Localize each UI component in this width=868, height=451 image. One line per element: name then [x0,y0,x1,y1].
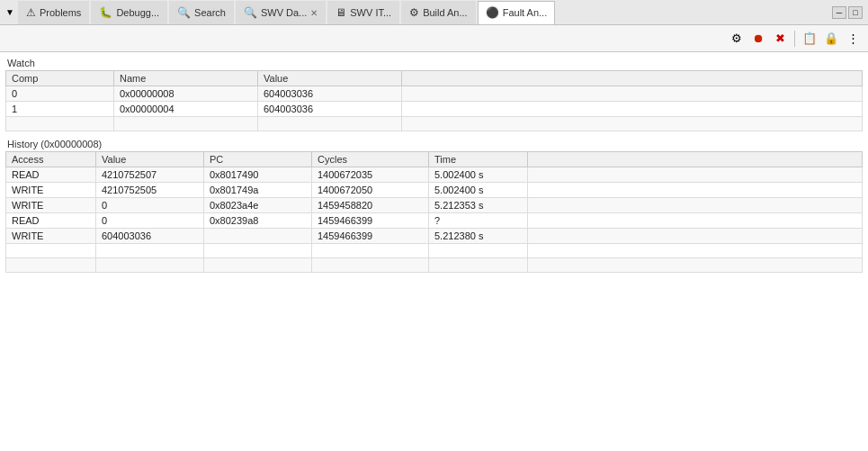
history-cell-access: READ [6,213,96,229]
history-cell-access: WRITE [6,183,96,198]
toolbar: ⚙ ⏺ ✖ 📋 🔒 ⋮ [0,25,868,52]
tab-swvda-close[interactable]: ✕ [310,8,318,18]
history-cell-cycles: 1459466399 [312,213,429,229]
history-row: WRITE 0 0x8023a4e 1459458820 5.212353 s [6,198,863,213]
swvda-icon: 🔍 [244,6,257,19]
history-table: Access Value PC Cycles Time READ 4210752… [5,151,863,273]
faultan-icon: ⚫ [486,6,499,19]
stop-icon: ✖ [775,32,785,45]
lock-button[interactable]: 🔒 [821,29,841,49]
tab-swvit[interactable]: 🖥 SWV IT... [327,1,399,24]
history-cell-value: 0 [96,213,204,229]
history-cell-time: 5.212353 s [429,198,528,213]
tab-problems-label: Problems [40,7,81,18]
history-cell-empty [528,167,863,183]
tab-debug[interactable]: 🐛 Debugg... [91,1,167,24]
history-cell-access: READ [6,167,96,183]
swvit-icon: 🖥 [336,6,346,19]
history-col-empty [528,152,863,167]
history-cell-time: 5.212380 s [429,229,528,244]
watch-cell-comp: 0 [6,86,114,102]
extra-button[interactable]: ⋮ [843,29,863,49]
search-icon: 🔍 [177,6,191,19]
history-cell-pc: 0x80239a8 [204,213,312,229]
watch-col-value: Value [258,71,402,86]
history-cell-empty [528,183,863,198]
tab-faultan-label: Fault An... [503,7,548,18]
copy-button[interactable]: 📋 [800,29,819,49]
tab-swvda[interactable]: 🔍 SWV Da... ✕ [236,1,326,24]
history-cell-empty [528,229,863,244]
tab-buildan-label: Build An... [423,7,468,18]
history-cell-access: WRITE [6,229,96,244]
record-icon: ⏺ [753,32,765,45]
watch-cell-value: 604003036 [258,102,402,117]
stop-button[interactable]: ✖ [770,29,790,49]
history-cell-cycles: 1400672050 [312,183,429,198]
tab-buildan[interactable]: ⚙ Build An... [401,1,476,24]
history-empty-row [6,244,863,258]
history-cell-access: WRITE [6,198,96,213]
tab-bar: ▼ ⚠ Problems 🐛 Debugg... 🔍 Search 🔍 SWV … [0,0,868,25]
history-cell-pc [204,229,312,244]
history-empty-row [6,258,863,273]
history-cell-cycles: 1459466399 [312,229,429,244]
watch-col-empty [402,71,863,86]
history-cell-cycles: 1459458820 [312,198,429,213]
history-cell-value: 0 [96,198,204,213]
watch-row: 1 0x00000004 604003036 [6,102,863,117]
history-cell-value: 4210752505 [96,183,204,198]
tab-search-label: Search [194,7,226,18]
watch-col-comp: Comp [6,71,114,86]
watch-row: 0 0x00000008 604003036 [6,86,863,102]
record-button[interactable]: ⏺ [748,29,768,49]
window-controls: ─ □ [832,6,866,19]
lock-icon: 🔒 [824,32,838,45]
history-col-value: Value [96,152,204,167]
history-cell-empty [528,198,863,213]
history-cell-cycles: 1400672035 [312,167,429,183]
watch-col-name: Name [114,71,258,86]
tab-debug-label: Debugg... [116,7,159,18]
tab-faultan[interactable]: ⚫ Fault An... [478,1,556,24]
watch-cell-value: 604003036 [258,86,402,102]
copy-icon: 📋 [802,32,817,45]
history-cell-time: 5.002400 s [429,183,528,198]
history-cell-value: 4210752507 [96,167,204,183]
tab-search[interactable]: 🔍 Search [169,1,234,24]
history-cell-pc: 0x801749a [204,183,312,198]
watch-empty-row [6,117,863,131]
tools-button[interactable]: ⚙ [727,29,747,49]
watch-cell-comp: 1 [6,102,114,117]
watch-cell-empty [402,86,863,102]
minimize-button[interactable]: ─ [832,6,846,19]
history-cell-empty [528,213,863,229]
watch-cell-name: 0x00000008 [114,86,258,102]
toolbar-sep-1 [794,31,795,47]
watch-table: Comp Name Value 0 0x00000008 604003036 1… [5,70,863,131]
watch-section-label: Watch [5,58,863,68]
main-content: Watch Comp Name Value 0 0x00000008 60400… [0,52,868,451]
problems-icon: ⚠ [26,6,36,19]
watch-cell-empty [402,102,863,117]
history-col-pc: PC [204,152,312,167]
history-col-access: Access [6,152,96,167]
history-row: WRITE 4210752505 0x801749a 1400672050 5.… [6,183,863,198]
history-row: WRITE 604003036 1459466399 5.212380 s [6,229,863,244]
tab-swvda-label: SWV Da... [261,7,307,18]
debug-icon: 🐛 [99,6,112,19]
history-cell-pc: 0x8017490 [204,167,312,183]
history-cell-pc: 0x8023a4e [204,198,312,213]
history-col-time: Time [429,152,528,167]
history-row: READ 4210752507 0x8017490 1400672035 5.0… [6,167,863,183]
history-row: READ 0 0x80239a8 1459466399 ? [6,213,863,229]
tab-problems[interactable]: ⚠ Problems [18,1,89,24]
buildan-icon: ⚙ [409,6,419,19]
maximize-button[interactable]: □ [848,6,863,19]
history-col-cycles: Cycles [312,152,429,167]
watch-cell-name: 0x00000004 [114,102,258,117]
extra-icon: ⋮ [847,32,859,45]
tab-swvit-label: SWV IT... [350,7,391,18]
tab-overflow-icon[interactable]: ▼ [2,7,18,17]
history-cell-time: 5.002400 s [429,167,528,183]
